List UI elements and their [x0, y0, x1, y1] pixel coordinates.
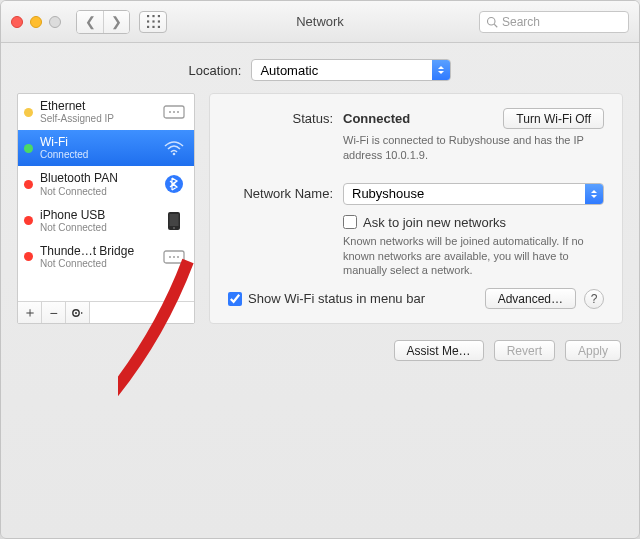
svg-point-19	[173, 227, 175, 229]
service-name: Thunde…t Bridge	[40, 245, 155, 258]
bluetooth-icon	[162, 174, 186, 194]
svg-rect-8	[157, 26, 159, 28]
network-name-label: Network Name:	[228, 183, 343, 201]
ethernet-icon	[162, 247, 186, 267]
service-name: iPhone USB	[40, 209, 155, 222]
titlebar: ❮ ❯ Network Search	[1, 1, 639, 43]
grid-icon	[147, 15, 160, 28]
svg-point-23	[177, 256, 179, 258]
forward-button: ❯	[103, 11, 129, 33]
svg-rect-18	[170, 214, 179, 226]
status-dot	[24, 216, 33, 225]
back-button[interactable]: ❮	[77, 11, 103, 33]
gear-icon	[71, 307, 85, 319]
svg-point-15	[173, 153, 176, 156]
sidebar-toolbar: ＋ −	[18, 301, 194, 323]
assist-me-button[interactable]: Assist Me…	[394, 340, 484, 361]
advanced-button[interactable]: Advanced…	[485, 288, 576, 309]
svg-rect-7	[152, 26, 154, 28]
status-dot	[24, 144, 33, 153]
service-item-wi-fi[interactable]: Wi-FiConnected	[18, 130, 194, 166]
turn-wifi-off-button[interactable]: Turn Wi-Fi Off	[503, 108, 604, 129]
svg-point-9	[488, 17, 496, 25]
svg-point-25	[75, 312, 77, 314]
service-list: EthernetSelf-Assigned IPWi-FiConnectedBl…	[18, 94, 194, 301]
nav-buttons: ❮ ❯	[76, 10, 130, 34]
svg-rect-6	[147, 26, 149, 28]
location-label: Location:	[189, 63, 242, 78]
remove-service-button[interactable]: −	[42, 302, 66, 323]
ask-join-checkbox[interactable]: Ask to join new networks	[343, 215, 604, 230]
apply-button: Apply	[565, 340, 621, 361]
close-icon[interactable]	[11, 16, 23, 28]
service-status: Not Connected	[40, 222, 155, 233]
service-status: Connected	[40, 149, 155, 160]
status-description: Wi-Fi is connected to Rubyshouse and has…	[343, 133, 603, 163]
service-name: Ethernet	[40, 100, 155, 113]
service-sidebar: EthernetSelf-Assigned IPWi-FiConnectedBl…	[17, 93, 195, 324]
service-status: Not Connected	[40, 258, 155, 269]
detail-panel: Status: Connected Turn Wi-Fi Off Wi-Fi i…	[209, 93, 623, 324]
status-label: Status:	[228, 108, 343, 126]
svg-point-12	[169, 111, 171, 113]
status-value: Connected	[343, 111, 410, 126]
phone-icon	[162, 211, 186, 231]
service-name: Bluetooth PAN	[40, 172, 155, 185]
show-all-button[interactable]	[139, 11, 167, 33]
service-options-button[interactable]	[66, 302, 90, 323]
status-dot	[24, 180, 33, 189]
svg-point-13	[173, 111, 175, 113]
ethernet-icon	[162, 102, 186, 122]
search-icon	[486, 16, 498, 28]
svg-rect-4	[152, 20, 154, 22]
svg-point-22	[173, 256, 175, 258]
svg-rect-3	[147, 20, 149, 22]
svg-rect-2	[157, 15, 159, 17]
minimize-icon[interactable]	[30, 16, 42, 28]
location-row: Location: Automatic	[1, 43, 639, 93]
network-name-select[interactable]: Rubyshouse	[343, 183, 604, 205]
svg-rect-5	[157, 20, 159, 22]
svg-point-14	[177, 111, 179, 113]
status-dot	[24, 108, 33, 117]
network-prefs-window: ❮ ❯ Network Search Location: Automatic E…	[0, 0, 640, 539]
service-status: Self-Assigned IP	[40, 113, 155, 124]
location-select[interactable]: Automatic	[251, 59, 451, 81]
wifi-icon	[162, 138, 186, 158]
window-controls	[11, 16, 61, 28]
svg-point-21	[169, 256, 171, 258]
bottom-buttons: Assist Me… Revert Apply	[1, 340, 639, 377]
maximize-icon	[49, 16, 61, 28]
add-service-button[interactable]: ＋	[18, 302, 42, 323]
search-input[interactable]: Search	[479, 11, 629, 33]
ask-join-description: Known networks will be joined automatica…	[343, 234, 603, 279]
status-dot	[24, 252, 33, 261]
help-button[interactable]: ?	[584, 289, 604, 309]
service-item-ethernet[interactable]: EthernetSelf-Assigned IP	[18, 94, 194, 130]
svg-rect-0	[147, 15, 149, 17]
service-name: Wi-Fi	[40, 136, 155, 149]
service-status: Not Connected	[40, 186, 155, 197]
show-status-checkbox[interactable]: Show Wi-Fi status in menu bar	[228, 291, 425, 306]
service-item-iphone-usb[interactable]: iPhone USBNot Connected	[18, 203, 194, 239]
svg-rect-1	[152, 15, 154, 17]
service-item-thunde-t-bridge[interactable]: Thunde…t BridgeNot Connected	[18, 239, 194, 275]
service-item-bluetooth-pan[interactable]: Bluetooth PANNot Connected	[18, 166, 194, 202]
search-placeholder: Search	[502, 15, 540, 29]
revert-button: Revert	[494, 340, 555, 361]
svg-line-10	[494, 24, 497, 27]
